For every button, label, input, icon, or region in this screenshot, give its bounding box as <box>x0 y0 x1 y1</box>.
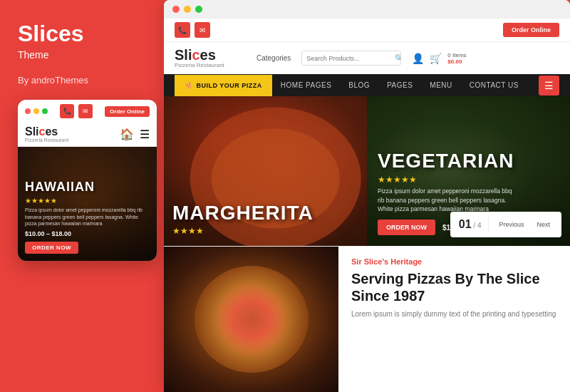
browser-dot-yellow <box>184 6 191 13</box>
browser-chrome <box>164 0 570 19</box>
mobile-description: Pizza ipsum dolor amet pepperoni mozzare… <box>25 207 150 227</box>
heritage-title: Serving Pizzas By The Slice Since 1987 <box>351 270 557 304</box>
site-nav-links: Categories <box>256 54 291 62</box>
site-menu-bar: 🍕 BUILD YOUR PIZZA HOME PAGES BLOG PAGES… <box>164 74 570 96</box>
build-pizza-button[interactable]: 🍕 BUILD YOUR PIZZA <box>175 75 272 96</box>
left-title: Slices Theme <box>18 21 150 61</box>
pizza-icon: 🍕 <box>185 82 193 89</box>
cart-info: 0 Items $0.00 <box>447 52 466 65</box>
site-email-button[interactable]: ✉ <box>195 22 210 38</box>
mobile-nav: Slices Pizzeria Restaurant 🏠 ☰ <box>18 123 157 147</box>
hero-order-now-button[interactable]: ORDER NOW <box>378 220 435 235</box>
bottom-right-content: Sir Slice's Heritage Serving Pizzas By T… <box>338 247 570 392</box>
hero-right-panel: VEGETARIAN ★★★★★ Pizza ipsum dolor amet … <box>367 96 570 246</box>
site-tagline: Pizzeria Restaurant <box>175 62 246 68</box>
browser-dot-green <box>195 6 202 13</box>
site-main-nav: Slices Pizzeria Restaurant Categories 🔍 … <box>164 42 570 74</box>
heritage-description: Lorem ipsum is simply dummy text of the … <box>351 309 557 319</box>
pagination-overlay: 01 / 4 Previous Next <box>450 212 561 237</box>
pizza-image <box>164 247 338 392</box>
site-bottom-section: Sir Slice's Heritage Serving Pizzas By T… <box>164 246 570 392</box>
pagination-prev-button[interactable]: Previous <box>496 220 527 229</box>
mobile-stars: ★★★★★ <box>25 197 150 205</box>
site-phone-button[interactable]: 📞 <box>175 22 190 38</box>
cart-icon[interactable]: 🛒 <box>430 53 442 64</box>
site-search-box[interactable]: 🔍 <box>301 51 401 66</box>
mobile-hero-content: HAWAIIAN ★★★★★ Pizza ipsum dolor amet pe… <box>18 172 157 261</box>
home-icon: 🏠 <box>120 128 134 141</box>
site-logo: Slices <box>175 48 246 62</box>
site-contact-icons: 📞 ✉ <box>175 22 210 38</box>
page-divider <box>488 217 489 232</box>
search-input[interactable] <box>302 52 390 65</box>
nav-pages[interactable]: PAGES <box>378 74 421 96</box>
hamburger-menu-icon[interactable]: ☰ <box>539 76 559 96</box>
mobile-price: $10.00 – $18.00 <box>25 230 150 237</box>
nav-home-pages[interactable]: HOME PAGES <box>272 74 341 96</box>
categories-link[interactable]: Categories <box>256 54 291 62</box>
site-top-bar: 📞 ✉ Order Online <box>164 19 570 42</box>
mobile-hero: HAWAIIAN ★★★★★ Pizza ipsum dolor amet pe… <box>18 147 157 261</box>
pizza-toppings <box>205 277 298 362</box>
site-logo-block: Slices Pizzeria Restaurant <box>175 48 246 68</box>
hero-left-title: MARGHERITA <box>172 202 358 225</box>
nav-menu[interactable]: MENU <box>421 74 460 96</box>
theme-subtitle: Theme <box>18 49 150 61</box>
pagination-next-button[interactable]: Next <box>534 220 553 229</box>
bottom-pizza-image <box>164 247 338 392</box>
hero-left-content: MARGHERITA ★★★★ <box>164 193 367 246</box>
mobile-logo-area: Slices Pizzeria Restaurant <box>25 126 68 143</box>
mobile-order-now-button[interactable]: ORDER NOW <box>25 242 78 254</box>
mobile-email-button[interactable]: ✉ <box>78 104 93 118</box>
site-order-button[interactable]: Order Online <box>503 23 559 37</box>
hero-right-description: Pizza ipsum dolor amet pepperoni mozzare… <box>378 187 520 214</box>
hero-right-stars: ★★★★★ <box>378 175 559 185</box>
mobile-menu-icons: 🏠 ☰ <box>120 128 150 141</box>
mobile-order-button[interactable]: Order Online <box>105 106 150 117</box>
hero-left-stars: ★★★★ <box>172 226 358 236</box>
left-panel: Slices Theme By androThemes 📞 ✉ Order On… <box>0 0 164 392</box>
mobile-top-bar: 📞 ✉ Order Online <box>18 100 157 123</box>
dot-yellow <box>33 108 39 114</box>
browser-dot-red <box>172 6 180 13</box>
mobile-phone-button[interactable]: 📞 <box>60 104 74 118</box>
hero-left-panel: MARGHERITA ★★★★ <box>164 96 367 246</box>
browser-preview: 📞 ✉ Order Online Slices Pizzeria Restaur… <box>164 0 570 392</box>
nav-blog[interactable]: BLOG <box>340 74 378 96</box>
mobile-window-dots <box>25 108 48 114</box>
heritage-label: Sir Slice's Heritage <box>351 257 557 266</box>
mobile-tagline: Pizzeria Restaurant <box>25 138 68 143</box>
site-cart-area: 👤 🛒 0 Items $0.00 <box>412 52 466 65</box>
search-icon: 🔍 <box>390 51 401 65</box>
user-icon[interactable]: 👤 <box>412 53 424 64</box>
mobile-preview-card: 📞 ✉ Order Online Slices Pizzeria Restaur… <box>18 100 157 261</box>
page-total: / 4 <box>473 222 481 229</box>
dot-green <box>42 108 48 114</box>
build-btn-label: BUILD YOUR PIZZA <box>197 82 262 89</box>
hamburger-icon[interactable]: ☰ <box>140 128 150 141</box>
theme-name: Slices <box>18 21 150 46</box>
cart-price: $0.00 <box>447 58 466 65</box>
site-hero-section: MARGHERITA ★★★★ VEGETARIAN ★★★★★ Pizza i… <box>164 96 570 246</box>
hero-right-title: VEGETARIAN <box>378 150 559 172</box>
mobile-contact-icons: 📞 ✉ <box>60 104 93 118</box>
theme-byline: By androThemes <box>18 75 150 86</box>
page-number: 01 <box>459 218 472 230</box>
dot-red <box>25 108 31 114</box>
mobile-hero-title: HAWAIIAN <box>25 180 150 195</box>
mobile-logo: Slices <box>25 126 68 138</box>
nav-contact[interactable]: CONTACT US <box>461 74 527 96</box>
pagination-current: 01 / 4 <box>459 218 482 231</box>
cart-count: 0 Items <box>447 52 466 58</box>
